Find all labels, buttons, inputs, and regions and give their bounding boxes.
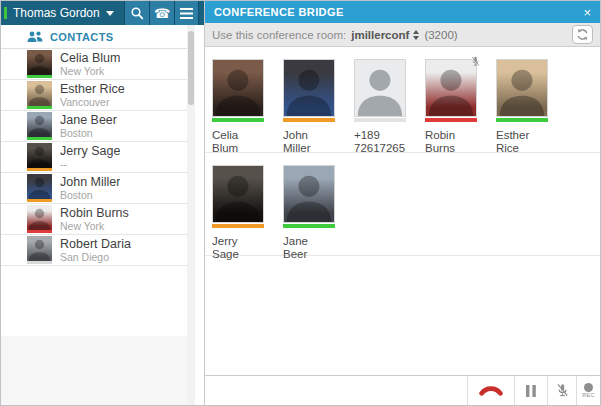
person-silhouette-icon bbox=[27, 112, 52, 137]
participant-name-line1: Celia bbox=[212, 129, 283, 142]
contact-list-item[interactable]: John Miller Boston bbox=[1, 173, 187, 204]
participant-name-line2: Beer bbox=[283, 248, 354, 261]
contacts-scrollbar[interactable] bbox=[187, 25, 195, 405]
contact-name: Esther Rice bbox=[60, 82, 125, 96]
avatar bbox=[27, 236, 52, 264]
participant-photo bbox=[212, 59, 264, 117]
person-silhouette-icon bbox=[213, 166, 263, 222]
record-label: REC bbox=[582, 393, 595, 398]
participants-row-1: Celia Blum John Miller bbox=[205, 47, 600, 153]
person-silhouette-icon bbox=[355, 60, 405, 116]
contact-list-item[interactable]: Robert Daria San Diego bbox=[1, 235, 187, 266]
participant-tile[interactable]: +189 72617265 bbox=[354, 59, 425, 152]
participant-tile[interactable]: Jerry Sage bbox=[212, 165, 283, 255]
close-icon[interactable]: × bbox=[583, 6, 591, 19]
participant-name-line1: Jerry bbox=[212, 235, 283, 248]
presence-status-bar bbox=[27, 199, 52, 202]
record-icon bbox=[584, 383, 593, 392]
contact-location: Vancouver bbox=[60, 96, 125, 108]
participant-name-line1: +189 bbox=[354, 129, 425, 142]
presence-indicator bbox=[4, 7, 7, 19]
participant-name-line2: Blum bbox=[212, 142, 283, 155]
contact-name: Robin Burns bbox=[60, 206, 129, 220]
participant-name-line2: Miller bbox=[283, 142, 354, 155]
room-label: Use this conference room: bbox=[212, 29, 346, 41]
presence-status-bar bbox=[27, 168, 52, 171]
contact-name: John Miller bbox=[60, 175, 120, 189]
refresh-icon bbox=[576, 28, 589, 41]
scrollbar-thumb[interactable] bbox=[188, 31, 194, 105]
avatar bbox=[27, 112, 52, 140]
titlebar: Thomas Gordon ☎ bbox=[1, 1, 204, 25]
participant-photo bbox=[354, 59, 406, 117]
participant-tile[interactable]: John Miller bbox=[283, 59, 354, 152]
mute-microphone-icon bbox=[555, 383, 570, 398]
avatar bbox=[27, 174, 52, 202]
presence-status-bar bbox=[27, 106, 52, 109]
participant-name-line2: Burns bbox=[425, 142, 496, 155]
participant-name-line2: Rice bbox=[496, 142, 567, 155]
presence-status-bar bbox=[27, 261, 52, 264]
contact-list-item[interactable]: Celia Blum New York bbox=[1, 49, 187, 80]
dialpad-button[interactable]: ☎ bbox=[149, 1, 174, 25]
conference-title: CONFERENCE BRIDGE bbox=[214, 6, 344, 18]
search-icon bbox=[130, 6, 144, 20]
avatar bbox=[27, 81, 52, 109]
contact-location: New York bbox=[60, 65, 120, 77]
room-selector[interactable]: jmillerconf bbox=[351, 29, 419, 41]
contact-name: Jerry Sage bbox=[60, 144, 120, 158]
contact-list-item[interactable]: Jerry Sage -- bbox=[1, 142, 187, 173]
titlebar-buttons: ☎ bbox=[124, 1, 199, 25]
person-silhouette-icon bbox=[284, 60, 334, 116]
person-silhouette-icon bbox=[27, 205, 52, 230]
contact-list-item[interactable]: Robin Burns New York bbox=[1, 204, 187, 235]
refresh-button[interactable] bbox=[572, 25, 593, 44]
presence-status-bar bbox=[27, 137, 52, 140]
participant-name-line2: 72617265 bbox=[354, 142, 425, 155]
avatar bbox=[27, 205, 52, 233]
participant-tile[interactable]: Robin Burns bbox=[425, 59, 496, 152]
contact-location: Boston bbox=[60, 127, 117, 139]
room-name: jmillerconf bbox=[351, 29, 409, 41]
dialpad-icon: ☎ bbox=[154, 7, 170, 20]
call-toolbar: REC bbox=[205, 375, 600, 405]
participant-tile[interactable]: Celia Blum bbox=[212, 59, 283, 152]
participant-tile[interactable]: Jane Beer bbox=[283, 165, 354, 255]
muted-microphone-icon bbox=[470, 53, 481, 71]
participant-status-bar bbox=[496, 118, 548, 122]
participant-status-bar bbox=[354, 118, 406, 122]
person-silhouette-icon bbox=[27, 81, 52, 106]
participant-name-line1: Esther bbox=[496, 129, 567, 142]
contact-location: San Diego bbox=[60, 251, 131, 263]
current-user-name[interactable]: Thomas Gordon bbox=[13, 6, 100, 20]
contact-list-item[interactable]: Jane Beer Boston bbox=[1, 111, 187, 142]
contact-list-item[interactable]: Esther Rice Vancouver bbox=[1, 80, 187, 111]
participant-tile[interactable]: Esther Rice bbox=[496, 59, 567, 152]
person-silhouette-icon bbox=[213, 60, 263, 116]
menu-button[interactable] bbox=[174, 1, 199, 25]
contacts-list: Celia Blum New York Esther Rice Vancouve… bbox=[1, 49, 187, 336]
contacts-people-icon bbox=[27, 31, 43, 43]
room-extension: (3200) bbox=[424, 29, 457, 41]
hold-pause-icon bbox=[526, 385, 536, 397]
search-button[interactable] bbox=[124, 1, 149, 25]
panel-gap bbox=[195, 25, 204, 405]
contacts-header: CONTACTS bbox=[1, 25, 187, 49]
contacts-title: CONTACTS bbox=[50, 31, 114, 43]
contact-location: -- bbox=[60, 158, 120, 170]
hangup-call-icon bbox=[479, 385, 503, 396]
participant-status-bar bbox=[283, 224, 335, 228]
conference-panel: CONFERENCE BRIDGE × Use this conference … bbox=[204, 1, 600, 405]
person-silhouette-icon bbox=[27, 143, 52, 168]
chevron-down-icon[interactable] bbox=[106, 11, 114, 16]
participant-photo bbox=[496, 59, 548, 117]
hangup-call-button[interactable] bbox=[467, 376, 514, 405]
record-button[interactable]: REC bbox=[576, 376, 600, 405]
participant-status-bar bbox=[283, 118, 335, 122]
mute-microphone-button[interactable] bbox=[547, 376, 576, 405]
presence-status-bar bbox=[27, 75, 52, 78]
person-silhouette-icon bbox=[284, 166, 334, 222]
hold-button[interactable] bbox=[514, 376, 547, 405]
participant-name-line1: Jane bbox=[283, 235, 354, 248]
participant-photo bbox=[283, 59, 335, 117]
